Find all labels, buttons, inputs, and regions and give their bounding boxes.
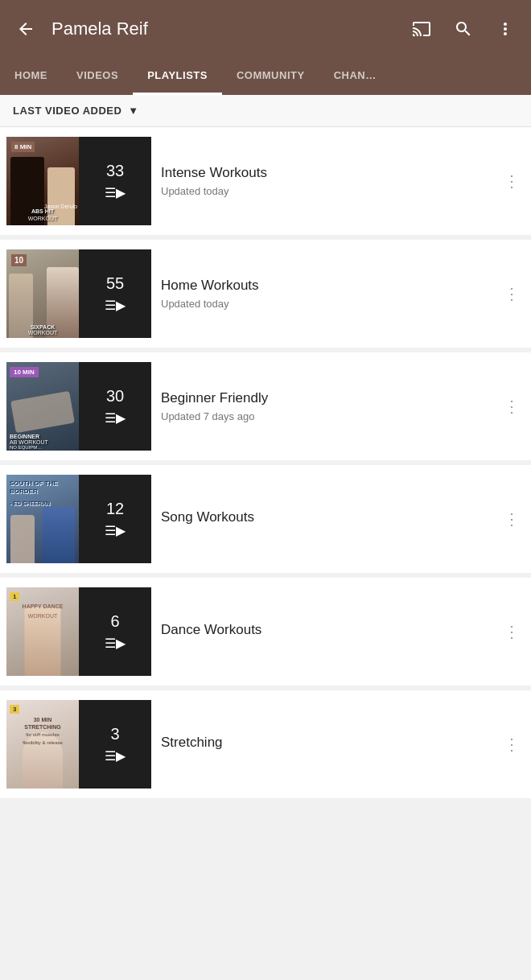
playlist-more-2[interactable]: ⋮ [492, 278, 531, 310]
sort-bar[interactable]: LAST VIDEO ADDED ▼ [0, 95, 531, 127]
playlist-title-4: Song Workouts [161, 509, 483, 525]
playlist-subtitle-3: Updated 7 days ago [161, 410, 483, 422]
playlist-item-song-workouts[interactable]: SOUTH OF THE BORDER - ED SHEERAN 12 ☰▶ S… [0, 465, 531, 573]
playlist-title-5: Dance Workouts [161, 622, 483, 638]
playlist-more-5[interactable]: ⋮ [492, 616, 531, 648]
playlist-list: 8 MIN ABS HIT WORKOUT Jason Derulo 33 ☰▶… [0, 127, 531, 798]
top-bar: Pamela Reif [0, 0, 531, 58]
playlist-subtitle-2: Updated today [161, 298, 483, 310]
playlist-more-3[interactable]: ⋮ [492, 390, 531, 422]
playlist-item-home-workouts[interactable]: 10 SIXPACK WORKOUT 55 ☰▶ Home Workouts U… [0, 240, 531, 348]
playlist-info-3: Beginner Friendly Updated 7 days ago [151, 384, 492, 429]
sort-label: LAST VIDEO ADDED [13, 105, 121, 117]
playlist-title-2: Home Workouts [161, 278, 483, 294]
playlist-info-4: Song Workouts [151, 503, 492, 536]
playlist-more-1[interactable]: ⋮ [492, 165, 531, 197]
playlist-thumbnail-4: SOUTH OF THE BORDER - ED SHEERAN 12 ☰▶ [6, 475, 151, 563]
playlist-info-1: Intense Workouts Updated today [151, 159, 492, 204]
top-bar-icons [409, 16, 518, 42]
playlist-title-3: Beginner Friendly [161, 390, 483, 406]
search-button[interactable] [451, 16, 476, 42]
tab-community[interactable]: COMMUNITY [222, 58, 319, 95]
back-button[interactable] [13, 16, 39, 42]
tab-playlists[interactable]: PLAYLISTS [133, 58, 222, 95]
playlist-info-5: Dance Workouts [151, 616, 492, 649]
playlist-thumbnail-2: 10 SIXPACK WORKOUT 55 ☰▶ [6, 249, 151, 338]
playlist-thumbnail-5: 1 HAPPY DANCE WORKOUT 6 ☰▶ [6, 587, 151, 676]
playlist-count-5: 6 [110, 612, 119, 631]
playlist-info-6: Stretching [151, 728, 492, 761]
playlist-count-2: 55 [106, 274, 124, 293]
playlist-thumbnail-1: 8 MIN ABS HIT WORKOUT Jason Derulo 33 ☰▶ [6, 137, 151, 225]
playlist-more-6[interactable]: ⋮ [492, 728, 531, 760]
playlist-item-beginner-friendly[interactable]: 10 MIN BEGINNER AB WORKOUT NO EQUIPM… 30… [0, 352, 531, 460]
tab-channels[interactable]: CHAN… [319, 58, 391, 95]
top-bar-left: Pamela Reif [13, 16, 409, 42]
tab-home[interactable]: HOME [0, 58, 62, 95]
playlist-more-4[interactable]: ⋮ [492, 503, 531, 535]
playlist-item-dance-workouts[interactable]: 1 HAPPY DANCE WORKOUT 6 ☰▶ Dance Workout… [0, 578, 531, 686]
playlist-subtitle-1: Updated today [161, 185, 483, 197]
playlist-item-stretching[interactable]: 3 30 MINSTRETCHINGfor stiff musclesflexi… [0, 690, 531, 798]
sort-arrow-icon: ▼ [128, 105, 138, 117]
playlist-thumbnail-6: 3 30 MINSTRETCHINGfor stiff musclesflexi… [6, 700, 151, 789]
tab-videos[interactable]: VIDEOS [62, 58, 133, 95]
playlist-title-1: Intense Workouts [161, 165, 483, 181]
playlist-count-6: 3 [110, 725, 119, 743]
playlist-title-6: Stretching [161, 735, 483, 751]
overflow-menu-button[interactable] [492, 16, 518, 42]
playlist-info-2: Home Workouts Updated today [151, 271, 492, 316]
channel-title: Pamela Reif [51, 19, 148, 39]
playlist-count-3: 30 [106, 387, 124, 406]
playlist-count-1: 33 [106, 162, 124, 180]
cast-button[interactable] [409, 16, 434, 42]
playlist-item-intense-workouts[interactable]: 8 MIN ABS HIT WORKOUT Jason Derulo 33 ☰▶… [0, 127, 531, 235]
playlist-thumbnail-3: 10 MIN BEGINNER AB WORKOUT NO EQUIPM… 30… [6, 362, 151, 451]
nav-tabs: HOME VIDEOS PLAYLISTS COMMUNITY CHAN… [0, 58, 531, 95]
playlist-count-4: 12 [106, 500, 124, 518]
